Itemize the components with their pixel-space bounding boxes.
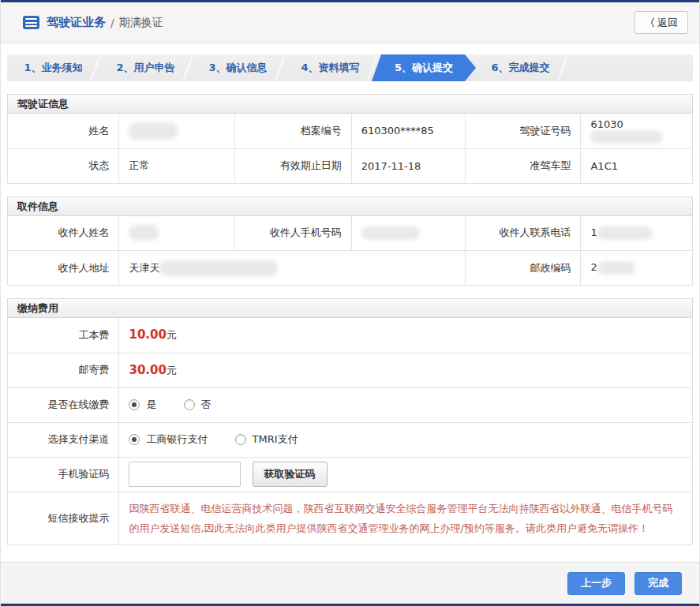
footer-actions: 上一步 完成 [1,562,699,604]
redacted-name [129,122,178,140]
radio-selected-icon [129,399,140,410]
cost-fee-value: 10.00元 [119,318,693,353]
expiry-value: 2017-11-18 [351,148,465,183]
postal-code-value: 2 [581,251,693,286]
previous-step-button[interactable]: 上一步 [567,572,625,595]
table-row: 收件人姓名 收件人手机号码 收件人联系电话 1 [8,216,693,251]
radio-selected-icon [129,434,140,445]
recipient-phone-value: 1 [581,216,693,251]
back-button-label: 返回 [657,16,678,30]
file-no-label: 档案编号 [235,114,352,148]
name-value [119,114,235,148]
radio-online-pay-no[interactable]: 否 [184,398,211,412]
tabbar-filler [567,54,693,81]
sms-code-cell: 获取验证码 [119,457,693,492]
payment-title: 缴纳费用 [7,298,693,318]
recipient-phone-label: 收件人联系电话 [465,216,581,251]
redacted-postal-code [597,261,635,275]
status-value: 正常 [119,148,235,183]
tab-step-5-confirm-submit-active[interactable]: 5、确认提交 [372,54,476,81]
pay-channel-label: 选择支付渠道 [8,422,119,457]
table-row: 手机验证码 获取验证码 [8,457,693,492]
table-row: 邮寄费 30.00元 [8,353,693,387]
radio-online-pay-yes[interactable]: 是 [129,398,156,412]
pickup-info-table: 收件人姓名 收件人手机号码 收件人联系电话 1 收件人地址 天津天 邮政编码 2 [7,216,693,286]
breadcrumb-current-page: 期满换证 [119,16,163,30]
tab-step-1-notice[interactable]: 1、业务须知 [7,54,99,81]
radio-unselected-icon [235,434,246,445]
postal-code-label: 邮政编码 [465,251,581,286]
tab-step-6-finish-submit[interactable]: 6、完成提交 [474,54,567,81]
license-no-label: 驾驶证号码 [465,114,581,148]
redacted-recipient-mobile [361,226,420,240]
postage-fee-label: 邮寄费 [8,353,119,387]
payment-table: 工本费 10.00元 邮寄费 30.00元 是否在线缴费 是 否 选择支付渠道 … [7,318,693,545]
finish-button[interactable]: 完成 [634,572,682,595]
redacted-recipient-phone [597,226,653,240]
expiry-label: 有效期止日期 [235,148,352,183]
get-code-button[interactable]: 获取验证码 [253,462,328,487]
radio-channel-icbc[interactable]: 工商银行支付 [129,432,208,447]
pay-channel-options: 工商银行支付 TMRI支付 [119,422,693,457]
table-row: 选择支付渠道 工商银行支付 TMRI支付 [8,422,693,457]
redacted-recipient-name [129,225,159,241]
vehicle-type-value: A1C1 [581,148,693,183]
radio-unselected-icon [184,399,195,410]
tab-step-2-declaration[interactable]: 2、用户申告 [99,54,192,81]
breadcrumb-separator: / [110,17,114,29]
tab-step-3-confirm-info[interactable]: 3、确认信息 [192,54,284,81]
table-row: 是否在线缴费 是 否 [8,387,693,422]
pickup-info-section: 取件信息 收件人姓名 收件人手机号码 收件人联系电话 1 收件人地址 天津天 邮… [7,196,693,286]
chevron-left-icon: 〈 [645,16,655,30]
radio-channel-tmri[interactable]: TMRI支付 [235,432,298,447]
page-header: 驾驶证业务 / 期满换证 〈 返回 [1,2,699,43]
recipient-mobile-label: 收件人手机号码 [235,216,352,251]
recipient-name-value [119,216,235,251]
online-pay-options: 是 否 [119,387,693,422]
license-info-title: 驾驶证信息 [7,94,693,114]
table-row: 姓名 档案编号 610300****85 驾驶证号码 61030 [8,114,693,148]
recipient-address-label: 收件人地址 [8,251,119,286]
tab-separator [177,56,193,80]
sms-code-input[interactable] [129,462,241,487]
table-row: 收件人地址 天津天 邮政编码 2 [8,251,693,286]
sms-tip-label: 短信接收提示 [8,492,119,545]
document-list-icon [23,16,39,29]
recipient-address-value: 天津天 [119,251,465,286]
file-no-value: 610300****85 [351,114,465,148]
sms-code-label: 手机验证码 [8,457,119,492]
license-info-section: 驾驶证信息 姓名 档案编号 610300****85 驾驶证号码 61030 状… [7,94,693,184]
pickup-info-title: 取件信息 [7,196,693,216]
recipient-name-label: 收件人姓名 [8,216,119,251]
online-pay-label: 是否在线缴费 [8,387,119,422]
sms-tip-cell: 因陕西省联通、电信运营商技术问题，陕西省互联网交通安全综合服务管理平台无法向持陕… [119,492,693,545]
sms-tip-text: 因陕西省联通、电信运营商技术问题，陕西省互联网交通安全综合服务管理平台无法向持陕… [129,492,683,545]
status-label: 状态 [8,148,119,183]
tab-separator [269,56,286,80]
cost-fee-label: 工本费 [8,318,119,353]
license-info-table: 姓名 档案编号 610300****85 驾驶证号码 61030 状态 正常 有… [7,114,693,184]
name-label: 姓名 [8,114,119,148]
postage-fee-value: 30.00元 [119,353,693,387]
vehicle-type-label: 准驾车型 [465,148,581,183]
table-row: 工本费 10.00元 [8,318,693,353]
redacted-license-no [590,130,663,144]
table-row: 短信接收提示 因陕西省联通、电信运营商技术问题，陕西省互联网交通安全综合服务管理… [8,492,693,545]
step-tabbar: 1、业务须知 2、用户申告 3、确认信息 4、资料填写 5、确认提交 6、完成提… [7,54,693,81]
license-no-value: 61030 [581,114,693,148]
back-button[interactable]: 〈 返回 [634,11,688,34]
tab-separator [552,56,568,80]
tab-step-4-fill-data[interactable]: 4、资料填写 [284,54,376,81]
table-row: 状态 正常 有效期止日期 2017-11-18 准驾车型 A1C1 [8,148,693,183]
redacted-recipient-address [159,260,278,276]
recipient-mobile-value [351,216,465,251]
tab-separator [84,56,101,80]
payment-section: 缴纳费用 工本费 10.00元 邮寄费 30.00元 是否在线缴费 是 否 选择… [7,298,693,545]
breadcrumb-business-type: 驾驶证业务 [47,15,106,30]
